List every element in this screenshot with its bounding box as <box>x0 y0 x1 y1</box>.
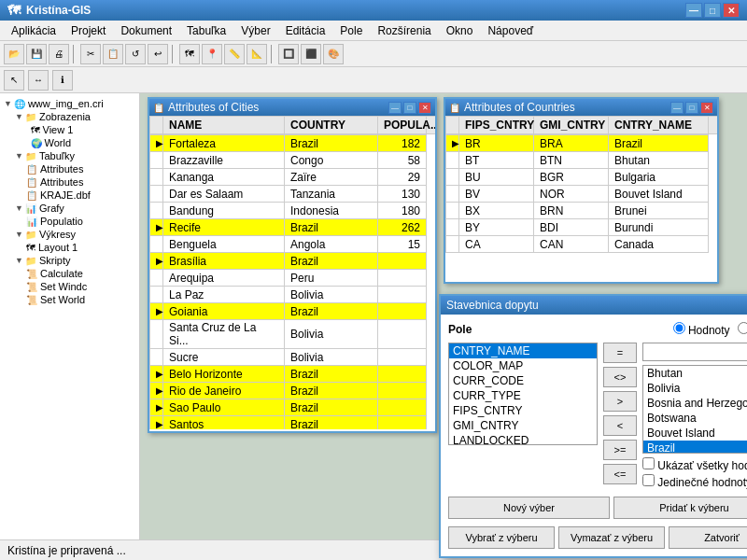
field-list-item[interactable]: COLOR_MAP <box>449 358 597 373</box>
tree-attr2[interactable]: 📋 Attributes <box>4 175 135 189</box>
close-button[interactable]: ✕ <box>723 3 740 18</box>
menu-okno[interactable]: Okno <box>439 22 481 39</box>
op-lt[interactable]: < <box>603 415 637 436</box>
tree-vykresy[interactable]: ▼ 📁 Výkresy <box>4 228 135 241</box>
table-row[interactable]: BV NOR Bouvet Island <box>446 186 709 203</box>
tool-select[interactable]: ↖ <box>4 70 24 91</box>
countries-col-gmi[interactable]: GMI_CNTRY <box>534 117 609 134</box>
radio-hodnoty-input[interactable] <box>673 322 685 334</box>
menu-rozsirenia[interactable]: Rozšírenia <box>370 22 438 39</box>
menu-dokument[interactable]: Dokument <box>113 22 179 39</box>
value-input[interactable]: Brazil <box>642 343 747 361</box>
table-row[interactable]: ▶ Recife Brazil 262 <box>150 219 427 236</box>
field-list-item[interactable]: CURR_TYPE <box>449 388 597 403</box>
toolbar-undo[interactable]: ↺ <box>125 44 146 64</box>
tree-root[interactable]: ▼ 🌐 www_img_en.cri <box>4 97 135 110</box>
toolbar-new[interactable]: 📂 <box>4 44 24 64</box>
countries-col-name[interactable]: CNTRY_NAME <box>609 117 709 134</box>
toolbar-map[interactable]: 🗺 <box>179 44 200 64</box>
table-row[interactable]: Santa Cruz de La Si... Bolivia <box>150 320 427 349</box>
toolbar-pin[interactable]: 📍 <box>202 44 222 64</box>
table-row[interactable]: BU BGR Bulgaria <box>446 169 709 186</box>
table-row[interactable]: Kananga Zaïre 29 <box>150 169 427 186</box>
table-row[interactable]: La Paz Bolivia <box>150 287 427 303</box>
maximize-button[interactable]: □ <box>704 3 721 18</box>
countries-scroll[interactable]: ▶ BR BRA Brazil BT BTN Bhutan BU BGR Bul… <box>445 134 717 280</box>
value-listbox[interactable]: BhutanBoliviaBosnia and HerzegovinaBotsw… <box>642 365 747 454</box>
tree-calculate[interactable]: 📜 Calculate <box>4 267 135 280</box>
cities-min[interactable]: — <box>388 102 402 114</box>
tree-grafy[interactable]: ▼ 📊 Grafy <box>4 202 135 215</box>
field-list-item[interactable]: FIPS_CNTRY <box>449 403 597 418</box>
table-row[interactable]: ▶ Sao Paulo Brazil <box>150 399 427 416</box>
cities-title-bar[interactable]: 📋 Attributes of Cities — □ ✕ <box>149 99 435 116</box>
table-row[interactable]: Dar es Salaam Tanzania 130 <box>150 186 427 203</box>
value-list-item[interactable]: Bosnia and Herzegovina <box>643 396 747 411</box>
countries-max[interactable]: □ <box>685 102 698 114</box>
menu-projekt[interactable]: Projekt <box>63 22 113 39</box>
toolbar-cut[interactable]: ✂ <box>80 44 101 64</box>
cities-col-name[interactable]: NAME <box>163 117 285 134</box>
cities-close[interactable]: ✕ <box>418 102 431 114</box>
cities-col-pop[interactable]: POPULA... <box>378 117 427 134</box>
cities-col-country[interactable]: COUNTRY <box>285 117 378 134</box>
btn-add-selection[interactable]: Pridať k výberu <box>613 497 747 519</box>
table-row[interactable]: ▶ Brasília Brazil <box>150 253 427 270</box>
table-row[interactable]: BT BTN Bhutan <box>446 152 709 169</box>
menu-napoved[interactable]: Nápoveď <box>480 22 541 39</box>
toolbar-redo[interactable]: ↩ <box>148 44 168 64</box>
toolbar-color[interactable]: 🎨 <box>323 44 344 64</box>
value-list-item[interactable]: Bolivia <box>643 381 747 396</box>
toolbar-print[interactable]: 🖨 <box>49 44 69 64</box>
tool-info[interactable]: ℹ <box>52 70 73 91</box>
tree-kraje[interactable]: 📋 KRAJE.dbf <box>4 189 135 202</box>
tool-pan[interactable]: ↔ <box>28 70 49 91</box>
tree-zobrazenia[interactable]: ▼ 📁 Zobrazenia <box>4 110 135 123</box>
countries-min[interactable]: — <box>670 102 684 114</box>
table-row[interactable]: ▶ Goiania Brazil <box>150 303 427 320</box>
op-neq[interactable]: <> <box>603 367 637 387</box>
op-lte[interactable]: <= <box>603 464 637 484</box>
minimize-button[interactable]: — <box>685 3 702 18</box>
btn-from-selection[interactable]: Vybrať z výberu <box>448 526 555 549</box>
checkbox-all[interactable]: Ukázať všetky hodnoty <box>642 457 747 472</box>
value-list-item[interactable]: Bouvet Island <box>643 426 747 441</box>
field-listbox[interactable]: CNTRY_NAMECOLOR_MAPCURR_CODECURR_TYPEFIP… <box>448 343 598 445</box>
field-list-item[interactable]: GMI_CNTRY <box>449 418 597 433</box>
toolbar-save[interactable]: 💾 <box>26 44 47 64</box>
table-row[interactable]: BY BDI Burundi <box>446 219 709 236</box>
btn-close[interactable]: Zatvoriť <box>669 526 747 549</box>
countries-col-fips[interactable]: FIPS_CNTRY <box>459 117 534 134</box>
op-gte[interactable]: >= <box>603 440 637 460</box>
checkbox-all-input[interactable] <box>642 457 655 469</box>
btn-remove-selection[interactable]: Vymazať z výberu <box>558 526 665 549</box>
tree-world[interactable]: 🌍 World <box>4 136 135 149</box>
table-row[interactable]: ▶ Rio de Janeiro Brazil <box>150 383 427 399</box>
tree-tabulky[interactable]: ▼ 📁 Tabuľky <box>4 149 135 162</box>
table-row[interactable]: CA CAN Canada <box>446 236 709 253</box>
table-row[interactable]: Arequipa Peru <box>150 270 427 287</box>
btn-new-selection[interactable]: Nový výber <box>448 497 610 519</box>
table-row[interactable]: Sucre Bolivia <box>150 349 427 366</box>
tree-view1[interactable]: 🗺 View 1 <box>4 123 135 136</box>
toolbar-fill[interactable]: ⬛ <box>301 44 321 64</box>
countries-close[interactable]: ✕ <box>700 102 713 114</box>
tree-skripty[interactable]: ▼ 📁 Skripty <box>4 254 135 267</box>
cities-scroll[interactable]: ▶ Fortaleza Brazil 182 Brazzaville Congo… <box>149 134 435 429</box>
toolbar-rect[interactable]: 🔲 <box>278 44 299 64</box>
value-list-item[interactable]: Bhutan <box>643 366 747 381</box>
field-list-item[interactable]: CURR_CODE <box>449 373 597 388</box>
tree-setwindc[interactable]: 📜 Set Windc <box>4 280 135 293</box>
op-gt[interactable]: > <box>603 391 637 412</box>
radio-pole-input[interactable] <box>738 322 747 334</box>
menu-pole[interactable]: Pole <box>332 22 370 39</box>
table-row[interactable]: ▶ BR BRA Brazil <box>446 135 709 152</box>
value-list-item[interactable]: Botswana <box>643 411 747 426</box>
op-eq[interactable]: = <box>603 343 637 363</box>
radio-hodnoty[interactable]: Hodnoty <box>673 322 730 337</box>
toolbar-copy[interactable]: 📋 <box>103 44 123 64</box>
tree-populatio[interactable]: 📊 Populatio <box>4 215 135 228</box>
tree-layout1[interactable]: 🗺 Layout 1 <box>4 241 135 254</box>
value-list-item[interactable]: Brazil <box>643 441 747 454</box>
checkbox-unique-input[interactable] <box>642 474 655 486</box>
